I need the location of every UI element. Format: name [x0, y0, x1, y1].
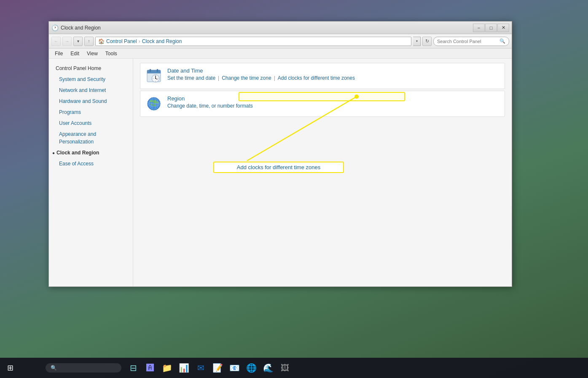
change-timezone-link[interactable]: Change the time zone [222, 75, 271, 81]
sidebar: Control Panel Home System and Security N… [49, 59, 133, 286]
svg-point-10 [155, 76, 156, 76]
address-dropdown-button[interactable]: ▾ [413, 37, 421, 46]
svg-point-9 [155, 78, 156, 79]
breadcrumb-separator: › [139, 38, 140, 44]
taskbar-icon-edge[interactable]: 🌊 [260, 360, 276, 375]
region-links: Change date, time, or number formats [167, 103, 499, 109]
svg-rect-4 [157, 69, 158, 72]
date-time-links: Set the time and date | Change the time … [167, 75, 499, 81]
region-title[interactable]: Region [167, 95, 499, 102]
sidebar-item-control-panel-home[interactable]: Control Panel Home [49, 63, 133, 74]
taskbar-icon-photos[interactable]: 🖼 [277, 360, 293, 375]
taskbar-icon-chrome[interactable]: 🌐 [244, 360, 259, 375]
search-box: 🔍 [433, 37, 509, 46]
control-panel-window: 🕐 Clock and Region − □ ✕ ← → ▾ ↑ 🏠 Contr… [48, 21, 512, 287]
window-icon: 🕐 [51, 24, 58, 31]
taskbar-icon-folder[interactable]: 📁 [159, 360, 175, 375]
menu-edit[interactable]: Edit [67, 50, 83, 57]
svg-rect-3 [150, 69, 151, 72]
breadcrumb: 🏠 Control Panel › Clock and Region [98, 38, 182, 44]
region-item: Region Change date, time, or number form… [140, 91, 505, 117]
add-clocks-link[interactable]: Add clocks for different time zones [278, 75, 355, 81]
address-bar[interactable]: 🏠 Control Panel › Clock and Region [95, 37, 411, 46]
link-sep-1: | [218, 75, 219, 81]
sidebar-item-system-security[interactable]: System and Security [49, 74, 133, 85]
taskbar-icon-task-view[interactable]: ⊟ [126, 360, 141, 375]
forward-button[interactable]: → [62, 37, 72, 46]
taskbar-icon-mail[interactable]: ✉ [193, 360, 208, 375]
window-title: Clock and Region [61, 25, 473, 31]
region-icon [145, 95, 162, 112]
menu-tools[interactable]: Tools [102, 50, 121, 57]
menu-file[interactable]: File [51, 50, 66, 57]
taskbar-search-box[interactable]: 🔍 [46, 363, 121, 373]
menu-view[interactable]: View [83, 50, 101, 57]
refresh-button[interactable]: ↻ [422, 37, 432, 46]
taskbar-icon-excel[interactable]: 📊 [176, 360, 191, 375]
start-button[interactable]: ⊞ [0, 358, 20, 378]
minimize-button[interactable]: − [473, 24, 485, 32]
up-button[interactable]: ↑ [84, 37, 94, 46]
link-sep-2: | [274, 75, 275, 81]
maximize-button[interactable]: □ [485, 24, 497, 32]
region-body: Region Change date, time, or number form… [167, 95, 499, 109]
taskbar-icon-outlook[interactable]: 📧 [227, 360, 242, 375]
sidebar-item-hardware-sound[interactable]: Hardware and Sound [49, 96, 133, 107]
date-time-title[interactable]: Date and Time [167, 68, 499, 74]
sidebar-item-programs[interactable]: Programs [49, 107, 133, 118]
sidebar-item-network-internet[interactable]: Network and Internet [49, 85, 133, 96]
breadcrumb-home-icon: 🏠 [98, 38, 105, 44]
sidebar-item-ease-access[interactable]: Ease of Access [49, 158, 133, 169]
menu-bar: File Edit View Tools [49, 49, 512, 59]
sidebar-item-clock-region-label: Clock and Region [56, 149, 99, 157]
title-bar: 🕐 Clock and Region − □ ✕ [49, 22, 512, 34]
taskbar-icon-store[interactable]: 🅰 [142, 360, 158, 375]
recent-locations-button[interactable]: ▾ [73, 37, 83, 46]
breadcrumb-clock-region[interactable]: Clock and Region [142, 38, 182, 44]
date-time-item: Date and Time Set the time and date | Ch… [140, 63, 505, 89]
close-button[interactable]: ✕ [497, 24, 509, 32]
main-panel: Date and Time Set the time and date | Ch… [133, 59, 512, 286]
back-button[interactable]: ← [51, 37, 61, 46]
window-controls: − □ ✕ [473, 24, 509, 32]
search-input[interactable] [437, 39, 498, 44]
svg-point-13 [153, 78, 153, 78]
content-area: Control Panel Home System and Security N… [49, 59, 512, 286]
search-icon[interactable]: 🔍 [499, 38, 505, 44]
sidebar-item-clock-region[interactable]: ● Clock and Region [49, 147, 133, 158]
set-time-link[interactable]: Set the time and date [167, 75, 215, 81]
taskbar: ⊞ 🔍 ⊟ 🅰 📁 📊 ✉ 📝 📧 🌐 🌊 🖼 [0, 358, 588, 378]
desktop: 🕐 Clock and Region − □ ✕ ← → ▾ ↑ 🏠 Contr… [0, 0, 588, 378]
sidebar-item-appearance[interactable]: Appearance and Personalization [49, 129, 133, 147]
taskbar-icon-word[interactable]: 📝 [210, 360, 225, 375]
active-bullet-icon: ● [52, 150, 55, 156]
sidebar-item-user-accounts[interactable]: User Accounts [49, 118, 133, 129]
address-bar-area: ← → ▾ ↑ 🏠 Control Panel › Clock and Regi… [49, 34, 512, 49]
svg-rect-2 [147, 72, 161, 73]
date-time-body: Date and Time Set the time and date | Ch… [167, 68, 499, 81]
taskbar-search-icon: 🔍 [51, 365, 57, 371]
change-formats-link[interactable]: Change date, time, or number formats [167, 103, 253, 109]
svg-point-12 [155, 81, 156, 81]
taskbar-icons: ⊟ 🅰 📁 📊 ✉ 📝 📧 🌐 🌊 🖼 [126, 360, 293, 375]
date-time-icon [145, 68, 162, 84]
breadcrumb-control-panel[interactable]: Control Panel [106, 38, 137, 44]
svg-point-11 [158, 78, 158, 78]
